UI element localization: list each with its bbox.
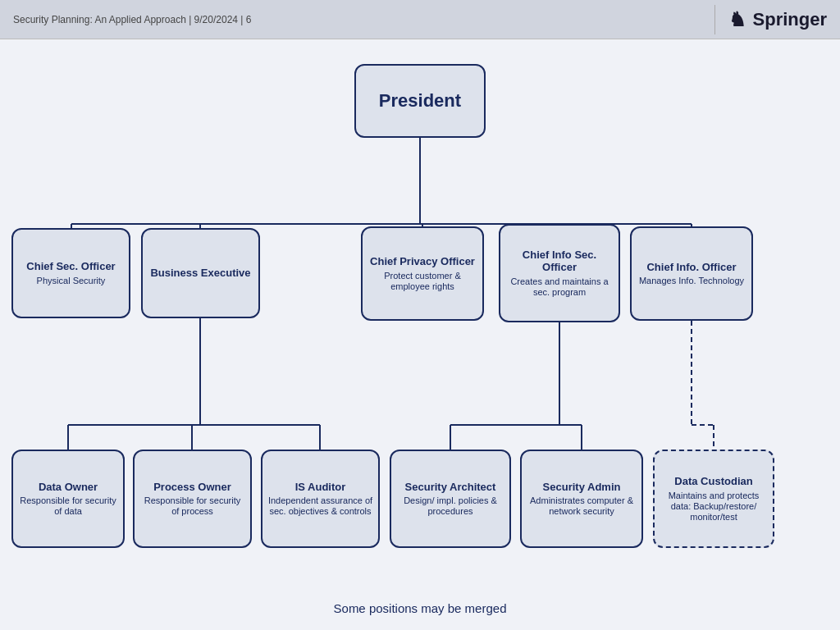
node-president: President	[354, 64, 486, 138]
ciso-subtitle: Creates and maintains a sec. program	[505, 276, 614, 298]
header-divider	[714, 5, 715, 34]
header-title: Security Planning: An Applied Approach |…	[13, 14, 251, 25]
node-security-architect: Security Architect Design/ impl. policie…	[390, 450, 511, 548]
node-security-admin: Security Admin Administrates computer & …	[520, 450, 643, 548]
org-chart: President Chief Sec. Officer Physical Se…	[0, 48, 840, 630]
bexec-title: Business Executive	[150, 267, 250, 280]
springer-logo-text: Springer	[753, 9, 827, 30]
do-title: Data Owner	[39, 481, 98, 494]
isa-subtitle: Independent assurance of sec. objectives…	[267, 495, 373, 517]
cpo-title: Chief Privacy Officer	[370, 255, 475, 268]
po-subtitle: Responsible for security of process	[139, 495, 245, 517]
main-content: President Chief Sec. Officer Physical Se…	[0, 39, 840, 630]
springer-horse-icon: ♞	[728, 8, 746, 31]
cso-title: Chief Sec. Officer	[26, 260, 115, 273]
sa-title: Security Architect	[405, 481, 496, 494]
node-is-auditor: IS Auditor Independent assurance of sec.…	[261, 450, 380, 548]
cio-title: Chief Info. Officer	[646, 261, 736, 274]
node-data-owner: Data Owner Responsible for security of d…	[11, 450, 125, 548]
node-bexec: Business Executive	[141, 228, 260, 318]
cio-subtitle: Manages Info. Technology	[639, 276, 744, 286]
president-title: President	[379, 90, 461, 112]
node-cpo: Chief Privacy Officer Protect customer &…	[361, 226, 484, 321]
dc-subtitle: Maintains and protects data: Backup/rest…	[660, 491, 768, 523]
node-cso: Chief Sec. Officer Physical Security	[11, 228, 130, 318]
sadmin-title: Security Admin	[543, 481, 621, 494]
springer-logo: ♞ Springer	[728, 8, 827, 31]
sadmin-subtitle: Administrates computer & network securit…	[527, 495, 637, 517]
ciso-title: Chief Info Sec. Officer	[505, 249, 614, 274]
node-ciso: Chief Info Sec. Officer Creates and main…	[499, 224, 620, 322]
do-subtitle: Responsible for security of data	[18, 495, 118, 517]
footer-text: Some positions may be merged	[0, 601, 840, 615]
po-title: Process Owner	[153, 481, 231, 494]
cso-subtitle: Physical Security	[37, 276, 106, 286]
dc-title: Data Custodian	[674, 475, 752, 488]
isa-title: IS Auditor	[295, 481, 346, 494]
cpo-subtitle: Protect customer & employee rights	[368, 271, 477, 292]
sa-subtitle: Design/ impl. policies & procedures	[396, 495, 504, 517]
node-process-owner: Process Owner Responsible for security o…	[133, 450, 252, 548]
node-data-custodian: Data Custodian Maintains and protects da…	[653, 450, 774, 548]
header: Security Planning: An Applied Approach |…	[0, 0, 840, 39]
node-cio: Chief Info. Officer Manages Info. Techno…	[630, 226, 753, 321]
